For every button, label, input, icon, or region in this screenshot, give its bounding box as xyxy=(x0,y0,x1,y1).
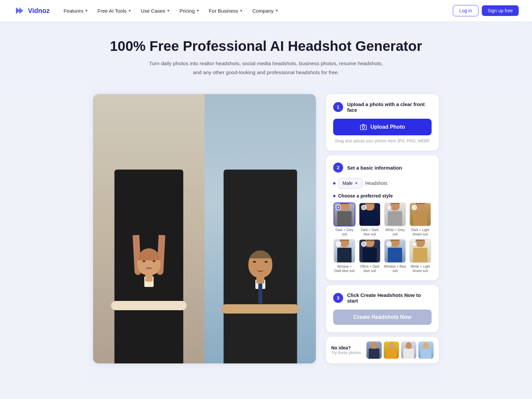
right-panel: 1 Upload a photo with a clear front face… xyxy=(326,94,439,363)
camera-icon xyxy=(360,123,367,131)
navbar: Vidnoz Features ▼ Free AI Tools ▼ Use Ca… xyxy=(0,0,532,21)
style-label-7: Window + Blue suit xyxy=(384,264,406,273)
nav-item-for-business[interactable]: For Business ▼ xyxy=(204,5,247,16)
style-item-7[interactable]: Window + Blue suit xyxy=(384,239,406,273)
signup-button[interactable]: Sign up free xyxy=(482,5,519,16)
step3-badge: 3 xyxy=(333,293,343,303)
style-grid: Dark + Grey suit Dark + Dark blue suit xyxy=(333,202,432,273)
nav-item-use-cases[interactable]: Use Cases ▼ xyxy=(136,5,175,16)
headshots-label: Headshots xyxy=(365,181,387,186)
style-radio-2 xyxy=(361,205,366,210)
logo[interactable]: Vidnoz xyxy=(13,5,50,17)
no-idea-card: No idea? Try these photos. xyxy=(326,337,439,363)
no-idea-title: No idea? xyxy=(331,345,362,350)
svg-point-1 xyxy=(362,126,364,128)
main-content: 1 Upload a photo with a clear front face… xyxy=(86,86,446,383)
hero-subtitle: Turn daily photos into realtor headshots… xyxy=(146,59,386,77)
style-item-5[interactable]: Window + Dark blue suit xyxy=(333,239,356,273)
style-radio-6 xyxy=(361,241,366,247)
create-headshots-button[interactable]: Create Headshots Now xyxy=(333,310,432,325)
style-radio-8 xyxy=(412,241,417,247)
step2-badge: 2 xyxy=(333,163,343,173)
gender-select[interactable]: Male ▼ xyxy=(338,178,362,189)
style-item-3[interactable]: White + Grey suit xyxy=(384,202,406,236)
style-item-8[interactable]: White + Light brown suit xyxy=(409,239,432,273)
nav-item-free-ai-tools[interactable]: Free AI Tools ▼ xyxy=(93,5,136,16)
upload-photo-label: Upload Photo xyxy=(370,124,405,130)
sample-thumb-3[interactable] xyxy=(401,341,416,359)
sample-thumbs xyxy=(366,341,434,359)
chevron-down-icon: ▼ xyxy=(167,9,170,13)
style-item-6[interactable]: Office + Dark blue suit xyxy=(358,239,381,273)
photo-panel xyxy=(93,94,316,363)
choose-style-row: Choose a preferred style xyxy=(333,193,432,199)
chevron-down-icon: ▼ xyxy=(128,9,132,13)
style-radio-1 xyxy=(336,205,341,210)
style-label-2: Dark + Dark blue suit xyxy=(358,228,381,236)
step2-title: Set a basic information xyxy=(347,165,402,171)
step1-header: 1 Upload a photo with a clear front face xyxy=(333,101,432,113)
logo-icon xyxy=(13,5,25,17)
step3-header: 3 Click Create Headshots Now to start xyxy=(333,292,432,304)
style-label-8: White + Light brown suit xyxy=(409,264,432,273)
chevron-down-icon: ▼ xyxy=(239,9,243,13)
style-label-3: White + Grey suit xyxy=(384,228,406,236)
chevron-down-icon: ▼ xyxy=(275,9,279,13)
step1-badge: 1 xyxy=(333,102,343,112)
bullet-dot2 xyxy=(333,195,335,197)
sample-thumb-1[interactable] xyxy=(366,341,382,359)
hero-section: 100% Free Professional AI Headshot Gener… xyxy=(0,21,532,86)
login-button[interactable]: Log in xyxy=(453,5,478,16)
gender-value: Male xyxy=(342,181,352,186)
nav-right: Log in Sign up free xyxy=(453,5,519,16)
step2-header: 2 Set a basic information xyxy=(333,163,432,173)
sample-thumb-2[interactable] xyxy=(384,341,399,359)
style-item-1[interactable]: Dark + Grey suit xyxy=(333,202,356,236)
upload-photo-button[interactable]: Upload Photo xyxy=(333,119,432,135)
chevron-down-icon: ▼ xyxy=(354,181,358,185)
hero-title: 100% Free Professional AI Headshot Gener… xyxy=(7,38,525,55)
nav-item-features[interactable]: Features ▼ xyxy=(59,5,93,16)
no-idea-subtitle: Try these photos. xyxy=(331,350,362,355)
step1-card: 1 Upload a photo with a clear front face… xyxy=(326,94,439,151)
logo-text: Vidnoz xyxy=(28,7,50,15)
style-radio-5 xyxy=(336,241,341,247)
male-photo xyxy=(204,94,316,363)
chevron-down-icon: ▼ xyxy=(84,9,88,13)
style-radio-7 xyxy=(386,241,392,247)
step3-card: 3 Click Create Headshots Now to start Cr… xyxy=(326,285,439,332)
nav-links: Features ▼ Free AI Tools ▼ Use Cases ▼ P… xyxy=(59,5,453,16)
sample-thumb-4[interactable] xyxy=(418,341,434,359)
style-item-2[interactable]: Dark + Dark blue suit xyxy=(358,202,381,236)
gender-row: Male ▼ Headshots xyxy=(333,178,432,189)
bullet-dot xyxy=(333,182,335,185)
step3-title: Click Create Headshots Now to start xyxy=(347,292,432,304)
step1-title: Upload a photo with a clear front face xyxy=(347,101,432,113)
style-radio-4 xyxy=(412,205,417,210)
no-idea-text: No idea? Try these photos. xyxy=(331,345,362,355)
style-radio-3 xyxy=(386,205,392,210)
choose-style-label: Choose a preferred style xyxy=(338,193,393,199)
chevron-down-icon: ▼ xyxy=(196,9,200,13)
step2-card: 2 Set a basic information Male ▼ Headsho… xyxy=(326,155,439,280)
style-item-4[interactable]: Dark + Light brown suit xyxy=(409,202,432,236)
nav-item-pricing[interactable]: Pricing ▼ xyxy=(175,5,204,16)
upload-hint: Drag and upload your photos here JPG, PN… xyxy=(333,139,432,143)
style-label-6: Office + Dark blue suit xyxy=(358,264,381,273)
style-label-5: Window + Dark blue suit xyxy=(333,264,356,273)
style-label-1: Dark + Grey suit xyxy=(333,228,356,236)
nav-item-company[interactable]: Company ▼ xyxy=(248,5,283,16)
style-label-4: Dark + Light brown suit xyxy=(409,228,432,236)
female-photo xyxy=(93,94,204,363)
